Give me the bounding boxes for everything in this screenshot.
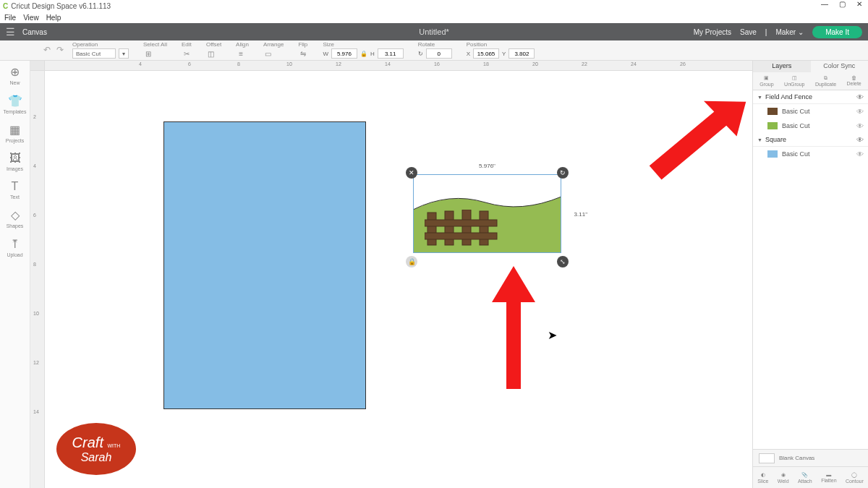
duplicate-button[interactable]: ⧉Duplicate [815, 75, 836, 87]
swatch-square [767, 150, 778, 158]
menu-help[interactable]: Help [46, 14, 61, 22]
rotate-handle[interactable]: ↻ [557, 167, 569, 179]
menu-view[interactable]: View [23, 14, 39, 22]
group-button[interactable]: ▣Group [760, 75, 773, 87]
text-icon: T [12, 180, 19, 193]
watermark-badge: Craft WITH Sarah [56, 423, 136, 475]
upload-tool[interactable]: ⤒Upload [0, 237, 30, 257]
app-logo: C [3, 2, 8, 10]
ungroup-button[interactable]: ◫UnGroup [784, 75, 804, 87]
collapse-icon[interactable]: ▼ [757, 95, 762, 100]
canvas-area[interactable]: 468101214161820222426 2468101214 5.976" … [30, 61, 752, 488]
offset-label: Offset [206, 41, 221, 48]
annotation-arrow-up [492, 266, 535, 389]
resize-handle[interactable]: ⤡ [557, 256, 569, 267]
image-icon: 🖼 [9, 152, 21, 165]
visibility-icon[interactable]: 👁 [856, 108, 864, 116]
swatch-field [767, 122, 778, 129]
layer-item-fence[interactable]: Basic Cut👁 [753, 104, 868, 119]
selected-group[interactable]: 5.976" 3.11" ✕ ↻ 🔒 ⤡ [413, 174, 561, 253]
slice-icon: ◐ [761, 472, 765, 478]
titlebar: C Cricut Design Space v6.11.113 — ▢ ✕ [0, 0, 868, 12]
select-all-icon[interactable]: ⊞ [143, 48, 153, 59]
contour-button[interactable]: ◯Contour [846, 472, 864, 484]
width-input[interactable] [331, 48, 357, 59]
weld-button[interactable]: ◉Weld [778, 472, 789, 484]
rotate-input[interactable] [426, 48, 452, 59]
align-label: Align [236, 41, 249, 48]
trash-icon: 🗑 [851, 75, 856, 80]
grid-icon: ▦ [9, 123, 20, 137]
visibility-icon[interactable]: 👁 [856, 150, 864, 158]
selection-box [413, 174, 561, 253]
arrange-icon[interactable]: ▭ [263, 48, 273, 59]
maximize-button[interactable]: ▢ [833, 0, 851, 12]
attach-button[interactable]: 📎Attach [798, 472, 812, 484]
canvas-color-chip[interactable] [759, 453, 775, 463]
minimize-button[interactable]: — [816, 0, 833, 12]
my-projects-link[interactable]: My Projects [694, 28, 731, 36]
x-input[interactable] [473, 48, 499, 59]
ungroup-icon: ◫ [792, 75, 797, 81]
arrange-label: Arrange [263, 41, 284, 48]
document-title: Untitled* [419, 27, 449, 36]
duplicate-icon: ⧉ [824, 75, 827, 81]
layer-group-field-fence[interactable]: ▼Field And Fence👁 [753, 90, 868, 104]
images-tool[interactable]: 🖼Images [0, 152, 30, 171]
blank-canvas-row[interactable]: Blank Canvas [753, 449, 868, 466]
layer-group-square[interactable]: ▼Square👁 [753, 133, 868, 147]
tab-layers[interactable]: Layers [753, 61, 811, 72]
plus-icon: ⊕ [10, 65, 20, 79]
visibility-icon[interactable]: 👁 [856, 122, 864, 130]
flip-icon[interactable]: ⇋ [298, 48, 308, 59]
collapse-icon[interactable]: ▼ [757, 137, 762, 142]
new-tool[interactable]: ⊕New [0, 65, 30, 85]
svg-marker-7 [645, 100, 752, 181]
undo-icon[interactable]: ↶ [43, 45, 51, 55]
menu-file[interactable]: File [4, 14, 16, 22]
hamburger-icon[interactable]: ☰ [6, 26, 15, 38]
delete-handle[interactable]: ✕ [406, 167, 417, 179]
layer-item-square[interactable]: Basic Cut👁 [753, 147, 868, 161]
canvas-inner[interactable]: 5.976" 3.11" ✕ ↻ 🔒 ⤡ [45, 71, 752, 488]
save-button[interactable]: Save [740, 28, 757, 36]
chevron-down-icon: ⌄ [798, 28, 804, 36]
tab-color-sync[interactable]: Color Sync [811, 61, 869, 72]
machine-dropdown[interactable]: Maker ⌄ [775, 28, 804, 36]
text-tool[interactable]: TText [0, 180, 30, 200]
position-label: Position [467, 41, 535, 48]
divider: | [765, 28, 767, 36]
swatch-fence [767, 108, 778, 115]
flip-label: Flip [298, 41, 308, 48]
edit-toolbar: ↶ ↷ Operation Basic Cut ▾ Select All⊞ Ed… [0, 40, 868, 61]
shirt-icon: 👕 [8, 94, 22, 108]
menubar: File View Help [0, 12, 868, 23]
projects-tool[interactable]: ▦Projects [0, 123, 30, 143]
delete-button[interactable]: 🗑Delete [847, 75, 861, 87]
height-input[interactable] [378, 48, 404, 59]
lock-handle[interactable]: 🔒 [406, 256, 417, 267]
left-toolbar: ⊕New 👕Templates ▦Projects 🖼Images TText … [0, 61, 30, 488]
ruler-corner [30, 61, 45, 71]
templates-tool[interactable]: 👕Templates [0, 94, 30, 114]
y-input[interactable] [509, 48, 535, 59]
redo-icon[interactable]: ↷ [56, 45, 64, 55]
canvas-label: Canvas [22, 28, 47, 36]
operation-select[interactable]: Basic Cut [72, 48, 116, 59]
shapes-tool[interactable]: ◇Shapes [0, 208, 30, 228]
visibility-icon[interactable]: 👁 [856, 93, 864, 101]
flatten-button[interactable]: ▬Flatten [821, 472, 836, 483]
close-button[interactable]: ✕ [851, 0, 868, 12]
color-swatch[interactable]: ▾ [119, 48, 129, 59]
make-it-button[interactable]: Make It [812, 26, 862, 38]
attach-icon: 📎 [801, 472, 808, 478]
visibility-icon[interactable]: 👁 [856, 136, 864, 144]
operation-label: Operation [72, 41, 129, 48]
layer-item-field[interactable]: Basic Cut👁 [753, 119, 868, 133]
slice-button[interactable]: ◐Slice [757, 472, 768, 484]
offset-icon[interactable]: ◫ [206, 48, 216, 59]
shape-square[interactable] [163, 121, 366, 409]
edit-icon[interactable]: ✂ [182, 48, 192, 59]
lock-aspect-icon[interactable]: 🔒 [360, 51, 367, 57]
align-icon[interactable]: ≡ [236, 48, 246, 59]
